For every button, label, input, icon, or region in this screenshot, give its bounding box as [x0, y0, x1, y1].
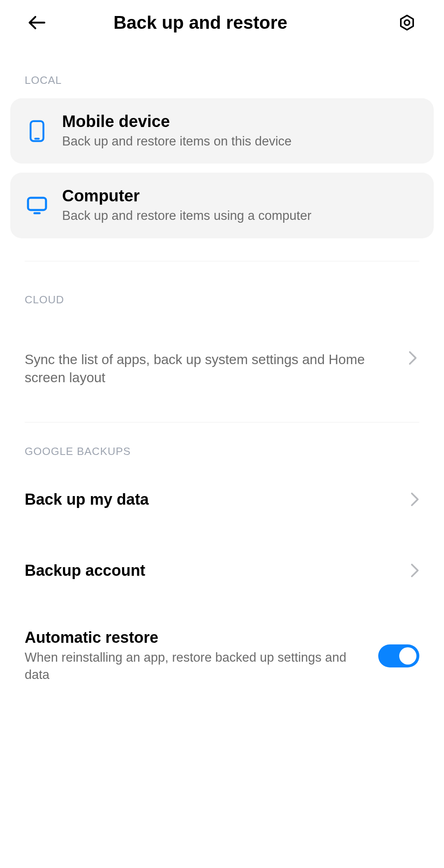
toggle-knob	[399, 647, 416, 665]
automatic-restore-toggle[interactable]	[378, 644, 419, 667]
section-header-local: LOCAL	[0, 74, 444, 87]
row-backup-account[interactable]: Backup account	[0, 533, 444, 604]
row-description: Sync the list of apps, back up system se…	[25, 351, 400, 387]
gear-icon	[398, 14, 416, 32]
row-cloud-sync[interactable]: Sync the list of apps, back up system se…	[0, 318, 444, 422]
card-description: Back up and restore items using a comput…	[62, 208, 312, 224]
card-title: Mobile device	[62, 112, 291, 131]
row-description: When reinstalling an app, restore backed…	[25, 649, 366, 683]
row-text: Back up my data	[25, 491, 398, 508]
card-text: Computer Back up and restore items using…	[62, 187, 312, 224]
phone-icon	[27, 121, 47, 141]
card-mobile-device[interactable]: Mobile device Back up and restore items …	[10, 98, 434, 164]
row-title: Backup account	[25, 562, 398, 579]
svg-rect-5	[28, 198, 46, 210]
settings-button[interactable]	[395, 10, 419, 35]
row-title: Back up my data	[25, 491, 398, 508]
svg-marker-1	[401, 16, 413, 30]
chevron-right-icon	[410, 563, 419, 578]
card-description: Back up and restore items on this device	[62, 133, 291, 150]
section-header-cloud: CLOUD	[0, 293, 444, 306]
divider	[25, 261, 419, 261]
section-header-google: GOOGLE BACKUPS	[0, 445, 444, 458]
page-title: Back up and restore	[14, 12, 386, 33]
card-computer[interactable]: Computer Back up and restore items using…	[10, 173, 434, 238]
header: Back up and restore	[0, 0, 444, 45]
divider	[25, 422, 419, 422]
svg-point-2	[405, 20, 409, 25]
card-title: Computer	[62, 187, 312, 205]
card-text: Mobile device Back up and restore items …	[62, 112, 291, 150]
chevron-right-icon	[408, 351, 417, 365]
monitor-icon	[27, 195, 47, 216]
row-automatic-restore: Automatic restore When reinstalling an a…	[0, 604, 444, 700]
row-text: Automatic restore When reinstalling an a…	[25, 629, 366, 683]
row-text: Backup account	[25, 562, 398, 579]
row-back-up-my-data[interactable]: Back up my data	[0, 462, 444, 533]
row-title: Automatic restore	[25, 629, 366, 646]
chevron-right-icon	[410, 492, 419, 507]
